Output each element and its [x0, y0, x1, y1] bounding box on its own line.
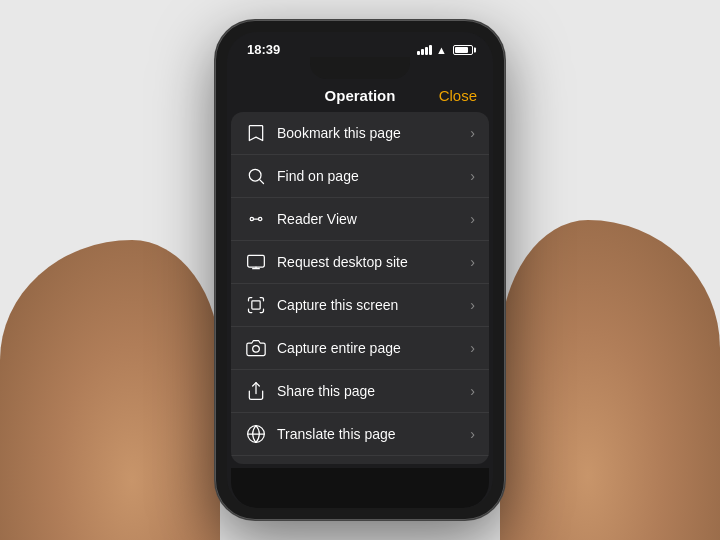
svg-rect-4 [252, 301, 260, 309]
menu-item-desktop[interactable]: Request desktop site › [231, 241, 489, 284]
chevron-icon: › [470, 383, 475, 399]
globe-icon [245, 423, 267, 445]
phone-frame: 18:39 ▲ Operation Close [215, 20, 505, 520]
menu-label-desktop: Request desktop site [277, 254, 470, 270]
reader-icon [245, 208, 267, 230]
menu-close-button[interactable]: Close [437, 87, 477, 104]
menu-label-translate: Translate this page [277, 426, 470, 442]
svg-point-5 [253, 346, 260, 353]
signal-icon [417, 45, 432, 55]
menu-label-capture-page: Capture entire page [277, 340, 470, 356]
notch [310, 57, 410, 79]
menu-item-bookmark[interactable]: Bookmark this page › [231, 112, 489, 155]
hand-left [0, 240, 220, 540]
battery-icon [453, 45, 473, 55]
menu-label-capture-screen: Capture this screen [277, 297, 470, 313]
chevron-icon: › [470, 340, 475, 356]
chevron-icon: › [470, 125, 475, 141]
menu-label-reader: Reader View [277, 211, 470, 227]
capture-screen-icon [245, 294, 267, 316]
menu-item-find[interactable]: Find on page › [231, 155, 489, 198]
hand-right [500, 220, 720, 540]
wifi-icon: ▲ [436, 44, 447, 56]
svg-point-0 [249, 169, 261, 181]
menu-label-bookmark: Bookmark this page [277, 125, 470, 141]
camera-icon [245, 337, 267, 359]
chevron-icon: › [470, 297, 475, 313]
menu-item-share[interactable]: Share this page › [231, 370, 489, 413]
menu-header: Operation Close [227, 79, 493, 112]
menu-item-download[interactable]: Download this file › [231, 456, 489, 464]
menu-item-capture-page[interactable]: Capture entire page › [231, 327, 489, 370]
bottom-toolbar [231, 468, 489, 508]
status-icons: ▲ [417, 44, 473, 56]
chevron-icon: › [470, 254, 475, 270]
chevron-icon: › [470, 211, 475, 227]
phone-screen: 18:39 ▲ Operation Close [227, 32, 493, 508]
chevron-icon: › [470, 168, 475, 184]
svg-rect-3 [248, 255, 265, 267]
status-time: 18:39 [247, 42, 280, 57]
search-icon [245, 165, 267, 187]
menu-item-capture-screen[interactable]: Capture this screen › [231, 284, 489, 327]
menu-label-share: Share this page [277, 383, 470, 399]
menu-label-find: Find on page [277, 168, 470, 184]
menu-item-translate[interactable]: Translate this page › [231, 413, 489, 456]
chevron-icon: › [470, 426, 475, 442]
menu-item-reader[interactable]: Reader View › [231, 198, 489, 241]
share-icon [245, 380, 267, 402]
desktop-icon [245, 251, 267, 273]
menu-title: Operation [325, 87, 396, 104]
bookmark-icon [245, 122, 267, 144]
menu-list: Bookmark this page › Find on page › Read… [231, 112, 489, 464]
